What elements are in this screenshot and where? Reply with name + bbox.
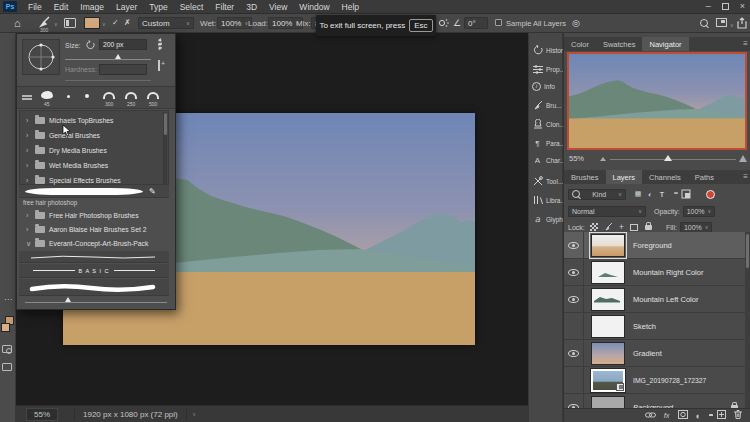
layer-thumbnail[interactable]: [591, 234, 625, 257]
brush-preview-thick[interactable]: [19, 279, 169, 296]
navigator-zoom-thumb[interactable]: [664, 155, 672, 161]
lock-artboard-icon[interactable]: [630, 224, 638, 231]
lock-all-icon[interactable]: [645, 225, 652, 230]
chevron-right-icon[interactable]: ›: [26, 132, 31, 139]
menu-file[interactable]: File: [22, 2, 48, 12]
size-slider[interactable]: [65, 59, 151, 60]
share-icon[interactable]: [737, 17, 747, 31]
chevron-right-icon[interactable]: ›: [26, 212, 31, 219]
tab-color[interactable]: Color: [564, 37, 596, 51]
clean-brush-toggle-icon[interactable]: ✗: [124, 18, 131, 27]
menu-image[interactable]: Image: [74, 2, 110, 12]
layer-row-background[interactable]: Background: [564, 394, 746, 408]
layer-row-img[interactable]: IMG_20190728_172327: [564, 367, 746, 394]
chevron-right-icon[interactable]: ›: [26, 162, 31, 169]
mixer-combo-select[interactable]: Custom ∨: [138, 17, 194, 29]
reset-size-icon[interactable]: [85, 40, 95, 52]
dock-paragraph[interactable]: ¶ Para...: [532, 136, 565, 150]
wet-value-field[interactable]: 100% ∨: [217, 17, 252, 29]
panel-menu-icon[interactable]: ≡: [743, 170, 748, 184]
layer-row-mountain-left[interactable]: Mountain Left Color: [564, 286, 746, 313]
recent-brush-fan[interactable]: [147, 92, 159, 99]
recent-brush-fan[interactable]: [103, 92, 115, 99]
chevron-right-icon[interactable]: ›: [26, 147, 31, 154]
airbrush-icon[interactable]: [438, 17, 449, 30]
tab-paths[interactable]: Paths: [688, 170, 721, 184]
visibility-toggle[interactable]: [564, 259, 584, 286]
brush-settings-panel-toggle[interactable]: [64, 18, 76, 28]
lock-paint-icon[interactable]: [604, 222, 613, 232]
navigator-preview[interactable]: [567, 52, 747, 150]
foreground-color-swatch[interactable]: [84, 17, 100, 29]
menu-window[interactable]: Window: [293, 2, 335, 12]
dock-brushes[interactable]: Bru...: [532, 98, 562, 112]
fill-field[interactable]: 100% ∨: [680, 222, 713, 233]
brush-folder-row[interactable]: › Michaels TopBrushes: [21, 113, 163, 128]
recent-brush-fan[interactable]: [125, 92, 137, 99]
navigator-zoom-slider[interactable]: [610, 159, 736, 160]
recent-brush-dot[interactable]: [85, 94, 89, 98]
filter-pixel-icon[interactable]: ▦: [632, 190, 644, 198]
filter-type-icon[interactable]: T: [656, 191, 668, 198]
panel-bottom-slider-thumb[interactable]: [65, 297, 71, 302]
tab-swatches[interactable]: Swatches: [596, 37, 643, 51]
search-icon[interactable]: [700, 19, 708, 27]
adjustment-layer-icon[interactable]: ◐: [696, 411, 701, 421]
new-layer-icon[interactable]: [717, 410, 726, 421]
close-button[interactable]: ×: [740, 1, 745, 11]
layer-thumbnail[interactable]: [591, 315, 625, 338]
layer-thumbnail[interactable]: [591, 261, 625, 284]
menu-filter[interactable]: Filter: [209, 2, 240, 12]
brush-size-field[interactable]: 200 px: [99, 39, 147, 50]
visibility-toggle[interactable]: [564, 340, 584, 367]
new-brush-icon[interactable]: [158, 61, 160, 70]
menu-layer[interactable]: Layer: [110, 2, 143, 12]
recent-brush-lines-icon[interactable]: [22, 94, 32, 104]
layer-thumbnail[interactable]: [591, 288, 625, 311]
sample-all-layers-checkbox[interactable]: [495, 19, 502, 26]
gear-icon[interactable]: [158, 40, 162, 49]
visibility-toggle[interactable]: [564, 313, 584, 340]
maximize-button[interactable]: [722, 3, 729, 10]
dock-history[interactable]: History: [532, 43, 566, 57]
panel-menu-icon[interactable]: ≡: [743, 37, 748, 51]
menu-select[interactable]: Select: [174, 2, 210, 12]
brush-folder-row[interactable]: › Wet Media Brushes: [21, 158, 163, 173]
brush-folder-row[interactable]: › Free Hair Photoshop Brushes: [21, 208, 163, 223]
panel-bottom-slider[interactable]: [25, 302, 167, 303]
dock-character[interactable]: A Char...: [532, 153, 565, 167]
chevron-right-icon[interactable]: ›: [26, 226, 31, 233]
quick-mask-mode-icon[interactable]: [2, 345, 12, 353]
zoom-out-mountain-icon[interactable]: [600, 157, 606, 161]
angle-field[interactable]: 0°: [464, 17, 488, 29]
menu-type[interactable]: Type: [143, 2, 173, 12]
dock-clone-source[interactable]: Clon...: [532, 117, 565, 131]
layer-thumbnail[interactable]: [591, 396, 625, 409]
foreground-color-swatch-tool[interactable]: [1, 323, 10, 332]
blend-mode-select[interactable]: Normal ∨: [568, 206, 646, 217]
scrollbar-thumb[interactable]: [746, 234, 749, 268]
edit-toolbar-icon[interactable]: ⋯: [4, 295, 12, 304]
workspace-switcher-icon[interactable]: [716, 18, 727, 27]
filter-adjustment-icon[interactable]: ◐: [644, 191, 656, 198]
dock-glyphs[interactable]: a Glyphs: [532, 212, 566, 226]
visibility-toggle[interactable]: [564, 232, 584, 259]
delete-layer-icon[interactable]: [734, 410, 742, 421]
layer-thumbnail[interactable]: [591, 342, 625, 365]
link-layers-icon[interactable]: [645, 411, 656, 421]
size-slider-thumb[interactable]: [115, 54, 121, 59]
menu-help[interactable]: Help: [336, 2, 365, 12]
menu-3d[interactable]: 3D: [240, 2, 263, 12]
menu-edit[interactable]: Edit: [48, 2, 75, 12]
dock-properties[interactable]: Prop...: [532, 62, 565, 76]
chevron-right-icon[interactable]: ›: [26, 117, 31, 124]
layer-effects-icon[interactable]: fx: [664, 411, 670, 420]
brush-angle-control[interactable]: [22, 39, 60, 75]
tab-navigator[interactable]: Navigator: [642, 37, 688, 51]
add-mask-icon[interactable]: [678, 410, 688, 421]
layers-scrollbar[interactable]: [745, 232, 750, 408]
home-icon[interactable]: ⌂: [14, 17, 21, 29]
recent-brush-dot[interactable]: [67, 95, 70, 98]
brush-list-scrollbar[interactable]: [163, 112, 167, 184]
layer-row-gradient[interactable]: Gradient: [564, 340, 746, 367]
